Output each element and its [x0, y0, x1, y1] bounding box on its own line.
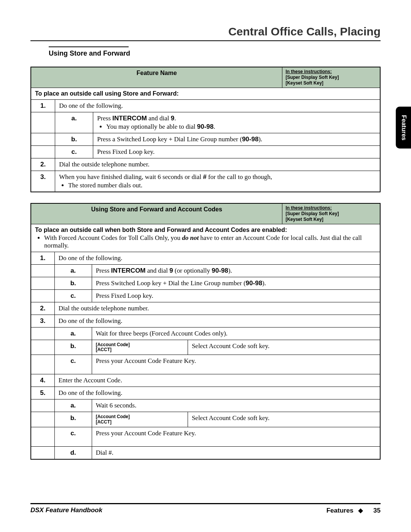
footer-rule — [30, 503, 381, 504]
table2-section-head: To place an outside call when both Store… — [31, 224, 380, 252]
substep-text: Press Switched Loop key + Dial the Line … — [92, 277, 380, 290]
page: Central Office Calls, Placing Using Stor… — [0, 0, 411, 532]
empty-cell — [31, 328, 54, 340]
instr-line3: [Keyset Soft Key] — [285, 217, 323, 222]
title-rule — [30, 40, 381, 41]
substep-text: Select Account Code soft key. — [188, 412, 380, 427]
table2-title: Using Store and Forward and Account Code… — [31, 203, 282, 224]
substep-text: Press Fixed Loop key. — [92, 290, 380, 302]
empty-cell — [31, 340, 54, 355]
substep-label: c. — [54, 290, 92, 302]
empty-cell — [31, 265, 54, 277]
section-subtitle: Using Store and Forward — [49, 50, 381, 58]
substep-label: a. — [54, 265, 92, 277]
empty-cell — [31, 427, 54, 446]
substep-text: Select Account Code soft key. — [188, 340, 380, 355]
substep-label: d. — [54, 446, 92, 459]
footer-left: DSX Feature Handbook — [30, 506, 102, 514]
empty-cell — [31, 446, 54, 459]
feature-table-2: Using Store and Forward and Account Code… — [30, 203, 381, 460]
substep-label: c. — [54, 355, 92, 374]
instructions-box: In these instructions: [Super Display So… — [282, 67, 380, 88]
step-text: Do one of the following. — [54, 387, 380, 399]
step-num: 2. — [31, 158, 55, 171]
page-number: 35 — [373, 507, 381, 514]
step-num: 5. — [31, 387, 54, 399]
empty-cell — [31, 146, 55, 158]
instr-line2: [Super Display Soft Key] — [285, 75, 339, 80]
step-num: 1. — [31, 252, 54, 265]
table1-title: Feature Name — [31, 67, 282, 88]
substep-label: b. — [55, 133, 93, 146]
page-title: Central Office Calls, Placing — [30, 25, 381, 38]
softkey-labels: [Account Code][ACCT] — [92, 412, 188, 427]
instr-line1: In these instructions: — [285, 205, 331, 211]
substep-label: b. — [54, 277, 92, 290]
substep-label: b. — [54, 412, 92, 427]
footer-section: Features — [327, 507, 354, 514]
substep-label: c. — [55, 146, 93, 158]
substep-text: Press Fixed Loop key. — [93, 146, 380, 158]
instr-line3: [Keyset Soft Key] — [285, 80, 323, 86]
step-text: Do one of the following. — [55, 100, 380, 112]
step-num: 1. — [31, 100, 55, 112]
step-text: Enter the Account Code. — [54, 374, 380, 387]
instructions-box: In these instructions: [Super Display So… — [282, 203, 380, 224]
substep-text: Press INTERCOM and dial 9. You may optio… — [93, 112, 380, 133]
instr-line1: In these instructions: — [285, 69, 331, 74]
substep-label: a. — [54, 328, 92, 340]
step-num: 2. — [31, 302, 54, 315]
empty-cell — [31, 112, 55, 133]
step-text: Do one of the following. — [54, 315, 380, 328]
step-text: Dial the outside telephone number. — [54, 302, 380, 315]
empty-cell — [31, 133, 55, 146]
empty-cell — [31, 355, 54, 374]
step-text: Do one of the following. — [54, 252, 380, 265]
side-tab-features: Features — [396, 107, 411, 149]
step-num: 3. — [31, 315, 54, 328]
step-num: 4. — [31, 374, 54, 387]
instr-line2: [Super Display Soft Key] — [285, 211, 339, 217]
substep-label: c. — [54, 427, 92, 446]
step-text: When you have finished dialing, wait 6 s… — [55, 171, 380, 192]
footer-right: Features ◆ 35 — [327, 506, 381, 514]
substep-text: Press a Switched Loop key + Dial Line Gr… — [93, 133, 380, 146]
substep-label: a. — [55, 112, 93, 133]
substep-label: b. — [54, 340, 92, 355]
empty-cell — [31, 412, 54, 427]
subtitle-rule — [49, 46, 129, 47]
bullet: You may optionally be able to dial 90-98… — [106, 123, 376, 131]
empty-cell — [31, 290, 54, 302]
substep-label: a. — [54, 399, 92, 412]
substep-text: Press your Account Code Feature Key. — [92, 355, 380, 374]
empty-cell — [31, 399, 54, 412]
substep-text: Wait 6 seconds. — [92, 399, 380, 412]
bullet: The stored number dials out. — [68, 182, 376, 189]
empty-cell — [31, 277, 54, 290]
substep-text: Press INTERCOM and dial 9 (or optionally… — [92, 265, 380, 277]
feature-table-1: Feature Name In these instructions: [Sup… — [30, 67, 381, 192]
step-text: Dial the outside telephone number. — [55, 158, 380, 171]
step-num: 3. — [31, 171, 55, 192]
softkey-labels: [Account Code][ACCT] — [92, 340, 188, 355]
substep-text: Press your Account Code Feature Key. — [92, 427, 380, 446]
page-footer: DSX Feature Handbook Features ◆ 35 — [30, 503, 381, 514]
substep-text: Wait for three beeps (Forced Account Cod… — [92, 328, 380, 340]
substep-text: Dial #. — [92, 446, 380, 459]
section-bullet: With Forced Account Codes for Toll Calls… — [44, 234, 376, 249]
table1-section-head: To place an outside call using Store and… — [31, 88, 380, 100]
diamond-icon: ◆ — [358, 507, 363, 514]
